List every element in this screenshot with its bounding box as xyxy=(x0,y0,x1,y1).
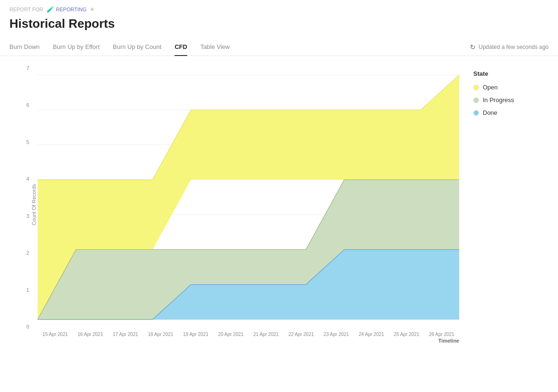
x-label-4: 19 Apr 2021 xyxy=(178,332,214,337)
header-bar: REPORT FOR 🧪 REPORTING ★ xyxy=(0,0,558,15)
chart-container: Count Of Records 7 6 5 4 3 2 1 0 xyxy=(0,56,558,348)
legend-label-open: Open xyxy=(483,84,498,91)
reporting-link-text: REPORTING xyxy=(56,7,87,12)
y-label-0: 0 xyxy=(26,324,29,329)
chart-wrapper: Count Of Records 7 6 5 4 3 2 1 0 xyxy=(38,65,459,344)
x-label-7: 22 Apr 2021 xyxy=(284,332,319,337)
tab-cfd[interactable]: CFD xyxy=(175,39,187,56)
x-label-1: 16 Apr 2021 xyxy=(73,332,108,337)
legend: State Open In Progress Done xyxy=(473,65,549,344)
x-label-9: 24 Apr 2021 xyxy=(354,332,389,337)
refresh-icon[interactable]: ↻ xyxy=(470,43,476,51)
legend-label-in-progress: In Progress xyxy=(483,96,514,104)
legend-label-done: Done xyxy=(483,109,497,116)
tab-burn-up-count[interactable]: Burn Up by Count xyxy=(113,39,161,56)
cfd-svg xyxy=(38,65,459,329)
report-for-label: REPORT FOR xyxy=(9,7,43,12)
y-label-7: 7 xyxy=(26,65,29,71)
chart-area: Count Of Records 7 6 5 4 3 2 1 0 xyxy=(9,65,459,344)
star-icon[interactable]: ★ xyxy=(89,6,95,13)
y-label-3: 3 xyxy=(26,213,29,219)
legend-dot-open xyxy=(473,85,479,90)
refresh-label: Updated a few seconds ago xyxy=(478,44,549,50)
legend-item-open: Open xyxy=(473,84,549,91)
tab-burn-up-effort[interactable]: Burn Up by Effort xyxy=(53,39,99,56)
refresh-area: ↻ Updated a few seconds ago xyxy=(470,43,549,51)
legend-item-in-progress: In Progress xyxy=(473,96,549,104)
legend-title: State xyxy=(473,70,549,77)
legend-dot-in-progress xyxy=(473,97,479,103)
y-label-6: 6 xyxy=(26,102,29,108)
y-label-4: 4 xyxy=(26,176,29,182)
x-label-3: 18 Apr 2021 xyxy=(143,332,178,337)
legend-dot-done xyxy=(473,110,479,116)
tab-bar: Burn Down Burn Up by Effort Burn Up by C… xyxy=(0,39,558,56)
x-label-11: 26 Apr 2021 xyxy=(424,332,459,337)
x-label-6: 21 Apr 2021 xyxy=(248,332,284,337)
page-title: Historical Reports xyxy=(0,15,558,31)
flask-icon: 🧪 xyxy=(47,6,54,13)
tab-burn-down[interactable]: Burn Down xyxy=(9,39,40,56)
reporting-link[interactable]: 🧪 REPORTING xyxy=(47,6,87,13)
x-label-0: 15 Apr 2021 xyxy=(38,332,73,337)
x-label-8: 23 Apr 2021 xyxy=(319,332,354,337)
x-label-5: 20 Apr 2021 xyxy=(213,332,248,337)
tab-table-view[interactable]: Table View xyxy=(200,39,230,56)
x-axis-title: Timeline xyxy=(38,338,459,344)
legend-item-done: Done xyxy=(473,109,549,116)
y-label-1: 1 xyxy=(26,287,29,293)
y-axis-label: Count Of Records xyxy=(31,184,37,225)
x-label-10: 25 Apr 2021 xyxy=(389,332,424,337)
x-axis-labels: 15 Apr 2021 16 Apr 2021 17 Apr 2021 18 A… xyxy=(38,332,459,337)
x-label-2: 17 Apr 2021 xyxy=(108,332,143,337)
y-label-5: 5 xyxy=(26,139,29,145)
y-label-2: 2 xyxy=(26,250,29,256)
